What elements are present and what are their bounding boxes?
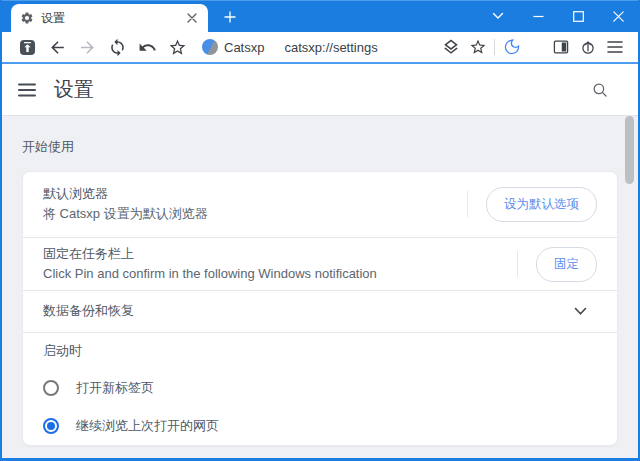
page-title: 设置 [54,76,94,103]
star-icon[interactable] [162,33,192,61]
radio-label: 打开新标签页 [76,379,154,397]
row-title: 数据备份和恢复 [43,301,574,321]
tab-close-icon[interactable] [183,9,201,27]
refresh-icon[interactable] [102,33,132,61]
window-controls [478,0,638,32]
toolbar-separator [494,39,495,55]
chevron-down-icon[interactable] [574,307,587,316]
browser-toolbar: Catsxp catsxp://settings [2,32,638,64]
side-panel-icon[interactable] [547,33,574,61]
settings-card: 默认浏览器 将 Catsxp 设置为默认浏览器 设为默认选项 固定在任务栏上 C… [22,171,618,446]
search-icon[interactable] [584,74,616,106]
gear-icon [20,11,34,25]
bookmark-star-icon[interactable] [464,33,491,61]
menu-icon[interactable] [601,33,628,61]
night-mode-moon-icon[interactable] [498,33,525,61]
maximize-icon[interactable] [558,0,598,32]
address-bar-url[interactable]: catsxp://settings [284,40,437,55]
forward-icon[interactable] [72,33,102,61]
tab-search-chevron-down-icon[interactable] [478,0,518,32]
tab-strip: 设置 [2,0,638,32]
undo-icon[interactable] [132,33,162,61]
tab-title: 设置 [41,10,176,27]
site-label: Catsxp [224,40,264,55]
radio-label: 继续浏览上次打开的网页 [76,417,219,435]
new-tab-button[interactable] [216,3,244,31]
startup-option-continue[interactable]: 继续浏览上次打开的网页 [23,407,617,445]
pin-taskbar-text: 固定在任务栏上 Click Pin and confirm in the fol… [43,244,507,284]
radio-button[interactable] [43,418,59,434]
row-subtitle: Click Pin and confirm in the following W… [43,264,507,284]
startup-option-new-tab[interactable]: 打开新标签页 [23,369,617,407]
section-label-getting-started: 开始使用 [22,116,618,156]
scrollbar-thumb[interactable] [625,116,634,184]
default-browser-row: 默认浏览器 将 Catsxp 设置为默认浏览器 设为默认选项 [23,172,617,237]
minimize-icon[interactable] [518,0,558,32]
hamburger-menu-icon[interactable] [18,83,36,97]
row-title: 默认浏览器 [43,184,457,204]
layers-icon[interactable] [437,33,464,61]
set-default-button[interactable]: 设为默认选项 [486,187,597,222]
data-backup-text: 数据备份和恢复 [43,301,574,321]
settings-content: 开始使用 默认浏览器 将 Catsxp 设置为默认浏览器 设为默认选项 固定在任… [2,116,638,458]
row-title: 固定在任务栏上 [43,244,507,264]
data-backup-row[interactable]: 数据备份和恢复 [23,291,617,332]
section-label-on-startup: 启动时 [23,333,617,361]
radio-button[interactable] [43,380,59,396]
default-browser-text: 默认浏览器 将 Catsxp 设置为默认浏览器 [43,184,457,224]
row-separator [467,191,468,217]
pin-taskbar-row: 固定在任务栏上 Click Pin and confirm in the fol… [23,238,617,290]
tab-settings[interactable]: 设置 [11,4,208,32]
pin-button[interactable]: 固定 [536,247,597,282]
browser-window: 设置 [0,0,640,461]
boss-key-icon[interactable] [12,33,42,61]
back-icon[interactable] [42,33,72,61]
row-subtitle: 将 Catsxp 设置为默认浏览器 [43,204,457,224]
settings-header: 设置 [2,64,638,116]
update-icon[interactable] [574,33,601,61]
catsxp-logo-icon [202,39,218,55]
row-separator [517,251,518,277]
close-icon[interactable] [598,0,638,32]
